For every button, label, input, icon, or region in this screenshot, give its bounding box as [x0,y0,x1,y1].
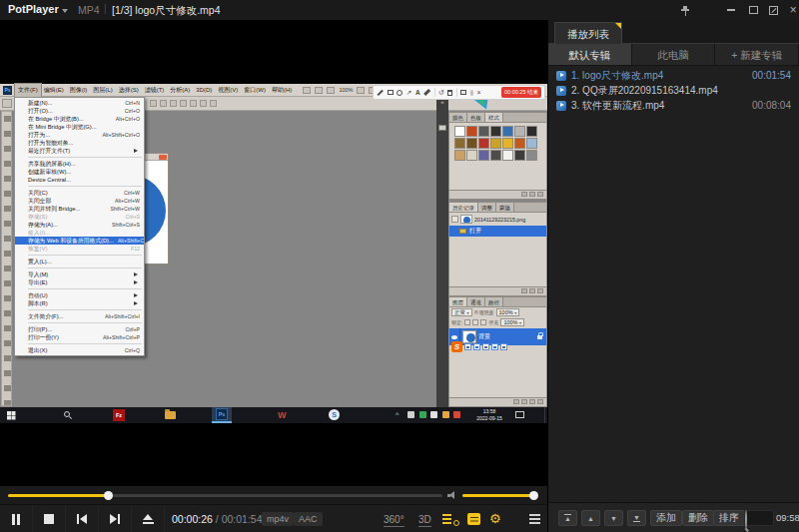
arrow-icon: ↗ [406,89,412,96]
stop-icon [44,514,54,524]
delete-button[interactable]: 删除 [682,510,714,526]
album-tab[interactable]: + 新建专辑 [715,44,799,65]
pin-button[interactable] [675,0,695,20]
blend-row: 正常 ▾ 不透明度 100% ▾ [449,307,546,317]
previous-button[interactable] [66,505,99,532]
playlist-item-label: 1. logo尺寸修改.mp4 [571,69,747,83]
video-surface[interactable]: Ps 文件(F)编辑(E)图像(I)图层(L)选择(S)滤镜(T)分析(A)3D… [0,20,547,486]
screen-recorder-toolbar: ↗ A ↺ × 00:00:25 结束 [373,85,545,100]
snapshot-checkbox-icon [451,216,458,223]
divider [456,88,457,97]
panel-tab: 样式 [485,113,503,122]
panel-tab: 色板 [467,113,485,122]
eye-icon [451,335,457,339]
move-top-button[interactable]: ▲ [558,510,577,526]
ps-dock-strip: « [436,97,448,407]
playlist-search-button[interactable] [442,513,459,526]
ps-file-menu-item: 文件简介(F)... Alt+Shift+Ctrl+I [15,312,144,320]
divider [434,88,435,97]
volume-thumb[interactable] [529,491,538,500]
move-bottom-button[interactable]: ▼ [627,510,646,526]
pause-button[interactable] [0,505,33,532]
move-down-button[interactable]: ▼ [604,510,623,526]
3d-button[interactable]: 3D [418,514,431,527]
control-bar: 00:00:26 / 00:01:54 mp4v AAC 360° 3D ⚙ [0,504,547,532]
playlist-item-label: 2. QQ录屏20220915163414.mp4 [571,84,786,98]
style-swatch [466,126,477,137]
style-swatch [502,138,513,149]
pencil-icon [377,89,383,95]
microphone-icon [470,90,473,96]
fullscreen-icon [769,6,778,15]
ps-menu-label: 编辑(E) [41,84,67,97]
lock-label: 锁定: [451,319,462,325]
playlist-search-box[interactable] [744,510,774,526]
style-swatch [490,150,501,161]
ps-file-menu-item: 存储(S) Ctrl+S [15,213,144,221]
app-menu-button[interactable]: PotPlayer [8,3,59,15]
seek-bar[interactable] [8,494,442,497]
ps-file-menu: 新建(N)... Ctrl+N 打开(O)... Ctrl+O 在 Bridge… [14,97,145,356]
playlist-item-duration: 00:08:04 [752,100,791,111]
add-button[interactable]: 添加 [650,510,682,526]
move-up-button[interactable]: ▲ [581,510,600,526]
vr-360-button[interactable]: 360° [384,514,404,527]
album-tab[interactable]: 默认专辑 [548,44,632,65]
volume-icon[interactable] [447,491,457,499]
taskbar-search-icon [64,411,70,417]
volume-bar[interactable] [462,494,536,497]
ps-zoom-level: 100% [339,87,353,93]
panel-tab: 路径 [485,297,503,306]
ps-menu-label: 滤镜(T) [142,84,168,97]
sort-button[interactable]: 排序 [713,510,745,526]
next-button[interactable] [99,505,132,532]
style-swatch [526,126,537,137]
history-snapshot-row: 20141129223215.png [449,213,546,226]
fullscreen-button[interactable] [763,0,783,20]
volume-fill [462,494,533,497]
settings-button[interactable]: ⚙ [489,510,501,527]
ps-file-menu-item: 存储为(A)... Shift+Ctrl+S [15,221,144,229]
tool-preset-icon [2,99,12,108]
hamburger-menu-button[interactable] [529,514,540,516]
ps-file-menu-item [28,288,142,289]
maximize-button[interactable] [743,0,763,20]
playlist-item[interactable]: 3. 软件更新流程.mp4 00:08:04 [548,98,799,113]
recording-time-badge: 00:00:25 结束 [501,87,541,98]
seek-fill [8,494,108,497]
ps-menu-label: 图层(L) [90,84,115,97]
playlist-item[interactable]: 2. QQ录屏20220915163414.mp4 [548,83,799,98]
album-tab[interactable]: 此电脑 [632,44,716,65]
minimize-icon [727,9,735,11]
ps-file-menu-item: 在 Mini Bridge 中浏览(G)... [15,123,144,131]
ime-toolbox-icon [500,343,507,350]
ps-file-menu-item: 打印一份(Y) Alt+Shift+Ctrl+P [15,333,144,341]
sogou-logo: S [451,341,462,352]
seek-thumb[interactable] [104,491,113,500]
tab-playlist[interactable]: 播放列表 [554,22,622,44]
ps-file-menu-item: 关闭全部 Alt+Ctrl+W [15,197,144,205]
ps-menu-label: 3D(D) [193,84,215,97]
ps-file-menu-item: 在 Bridge 中浏览(B)... Alt+Ctrl+O [15,115,144,123]
time-display: 00:00:26 / 00:01:54 [172,513,263,525]
subtitle-button[interactable] [467,513,480,525]
open-button[interactable] [132,505,165,532]
ps-file-menu-item [28,267,142,268]
total-time: 00:01:54 [222,513,263,525]
previous-icon [80,514,87,524]
chevron-down-icon[interactable] [62,9,68,16]
playlist-item[interactable]: 1. logo尺寸修改.mp4 00:01:54 [548,68,799,83]
move-top-icon: ▲ [564,514,571,522]
style-swatch [454,126,465,137]
playlist-item-duration: 00:01:54 [752,70,791,81]
bridge-icon [303,87,311,94]
lock-row: 锁定: 填充 100% ▾ [449,317,546,327]
minimize-button[interactable] [721,0,741,20]
panel-footer [449,286,546,295]
ps-file-menu-item [28,309,142,310]
ellipse-icon [397,90,402,96]
fill-value: 100% ▾ [500,318,524,326]
stop-button[interactable] [33,505,66,532]
close-button[interactable]: × [783,0,799,20]
ps-file-menu-item: 自动(U) [15,291,144,299]
